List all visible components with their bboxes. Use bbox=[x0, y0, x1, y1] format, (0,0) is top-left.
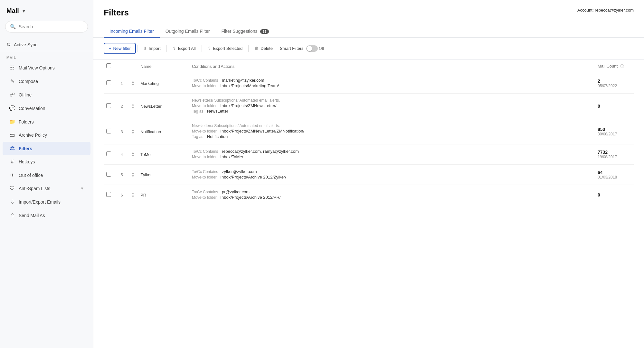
export-all-button[interactable]: ⇧ Export All bbox=[168, 43, 200, 53]
tab-outgoing[interactable]: Outgoing Emails Filter bbox=[160, 25, 216, 38]
sidebar-item-hotkeys[interactable]: # Hotkeys bbox=[3, 155, 90, 168]
search-box[interactable]: 🔍 bbox=[5, 21, 88, 32]
sidebar-item-anti-spam[interactable]: 🛡 Anti-Spam Lists ▼ bbox=[3, 182, 90, 195]
sidebar-item-archive-policy[interactable]: 🗃 Archive Policy bbox=[3, 129, 90, 142]
nav-label-hotkeys: Hotkeys bbox=[19, 159, 35, 164]
toggle-track[interactable] bbox=[306, 45, 318, 52]
tab-incoming[interactable]: Incoming Emails Filter bbox=[104, 25, 160, 38]
order-arrows[interactable]: ▲ ▼ bbox=[131, 103, 135, 109]
down-arrow-icon[interactable]: ▼ bbox=[131, 175, 135, 178]
delete-button[interactable]: 🗑 Delete bbox=[250, 43, 277, 53]
filter-mail-count: 0 bbox=[595, 94, 634, 119]
nav-label-compose: Compose bbox=[19, 79, 38, 84]
down-arrow-icon[interactable]: ▼ bbox=[131, 132, 135, 135]
nav-label-mail-view-options: Mail View Options bbox=[19, 65, 55, 70]
sidebar-item-conversation[interactable]: 💬 Conversation bbox=[3, 102, 90, 115]
hashtag-icon: # bbox=[9, 159, 15, 165]
condition-value: Inbox/Projects/ZMNewsLetter/ bbox=[220, 103, 276, 108]
sidebar: Mail ▼ 🔍 ↻ Active Sync MAIL ☷ Mail View … bbox=[0, 0, 93, 348]
mail-count-date: 05/07/2022 bbox=[598, 84, 631, 88]
row-checkbox-3[interactable] bbox=[106, 129, 111, 133]
col-header-conditions: Conditions and Actions bbox=[189, 60, 595, 73]
sidebar-item-mail-view-options[interactable]: ☷ Mail View Options bbox=[3, 61, 90, 74]
main-content: Filters Account: rebecca@zylker.com Inco… bbox=[93, 0, 644, 348]
divider-1 bbox=[137, 45, 137, 52]
table-row: 4 ▲ ▼ ToMe To/Cc Contains rebecca@zylker… bbox=[104, 144, 634, 165]
col-header-mailcount: Mail Count ⓘ bbox=[595, 60, 634, 73]
order-arrows[interactable]: ▲ ▼ bbox=[131, 171, 135, 178]
import-icon: ⇩ bbox=[143, 46, 147, 51]
new-filter-button[interactable]: + New filter bbox=[104, 43, 136, 54]
down-arrow-icon[interactable]: ▼ bbox=[131, 154, 135, 158]
filter-conditions: To/Cc Contains marketing@zylker.comMove-… bbox=[189, 73, 595, 94]
main-header: Filters Account: rebecca@zylker.com bbox=[93, 0, 644, 18]
condition-label: Move-to folder bbox=[192, 129, 217, 133]
filter-conditions: Newsletters/ Subscriptions/ Automated em… bbox=[189, 94, 595, 119]
filter-mail-count: 773219/08/2017 bbox=[595, 144, 634, 165]
mail-count-num: 2 bbox=[598, 78, 631, 84]
row-checkbox-5[interactable] bbox=[106, 172, 111, 177]
smart-filters-label: Smart Filters bbox=[280, 46, 304, 51]
airplane-icon: ✈ bbox=[9, 172, 15, 178]
message-icon: 💬 bbox=[9, 105, 15, 111]
sidebar-item-folders[interactable]: 📁 Folders bbox=[3, 115, 90, 128]
row-number: 3 bbox=[115, 119, 128, 144]
divider-4 bbox=[248, 45, 249, 52]
sidebar-item-offline[interactable]: ☍ Offline bbox=[3, 88, 90, 101]
nav-label-archive-policy: Archive Policy bbox=[19, 133, 47, 138]
smart-filters-toggle[interactable]: Off bbox=[306, 45, 324, 52]
condition-label: Move-to folder bbox=[192, 104, 217, 108]
down-arrow-icon[interactable]: ▼ bbox=[131, 106, 135, 109]
order-arrows[interactable]: ▲ ▼ bbox=[131, 192, 135, 198]
row-checkbox-1[interactable] bbox=[106, 80, 111, 85]
export-selected-icon: ⇧ bbox=[208, 46, 211, 51]
filter-name: ToMe bbox=[138, 144, 189, 165]
sidebar-item-out-of-office[interactable]: ✈ Out of office bbox=[3, 169, 90, 182]
filter-conditions: To/Cc Contains zylker@zylker.comMove-to … bbox=[189, 165, 595, 185]
filter-name: Notification bbox=[138, 119, 189, 144]
row-checkbox-6[interactable] bbox=[106, 192, 111, 197]
row-checkbox-2[interactable] bbox=[106, 103, 111, 108]
archive-icon: 🗃 bbox=[9, 132, 15, 138]
order-arrows[interactable]: ▲ ▼ bbox=[131, 151, 135, 158]
order-arrows[interactable]: ▲ ▼ bbox=[131, 128, 135, 135]
sidebar-item-send-mail-as[interactable]: ⇧ Send Mail As bbox=[3, 209, 90, 222]
wifi-off-icon: ☍ bbox=[9, 92, 15, 98]
down-arrow-icon[interactable]: ▼ bbox=[131, 83, 135, 87]
condition-label: To/Cc Contains bbox=[192, 169, 218, 174]
filter-name: NewsLetter bbox=[138, 94, 189, 119]
toggle-state: Off bbox=[319, 46, 324, 51]
export-all-label: Export All bbox=[178, 46, 196, 51]
table-row: 3 ▲ ▼ Notification Newsletters/ Subscrip… bbox=[104, 119, 634, 144]
search-icon: 🔍 bbox=[10, 24, 16, 30]
sidebar-item-filters[interactable]: ⚖ Filters bbox=[3, 142, 90, 155]
filter-conditions: Newsletters/ Subscriptions/ Automated em… bbox=[189, 119, 595, 144]
dropdown-icon[interactable]: ▼ bbox=[22, 8, 26, 14]
table-area: Name Conditions and Actions Mail Count ⓘ… bbox=[93, 60, 644, 348]
delete-icon: 🗑 bbox=[254, 46, 259, 51]
search-input[interactable] bbox=[19, 24, 83, 29]
row-checkbox-4[interactable] bbox=[106, 151, 111, 156]
filter-icon: ⚖ bbox=[9, 145, 15, 151]
sync-label: Active Sync bbox=[14, 42, 37, 47]
nav-label-conversation: Conversation bbox=[19, 106, 45, 111]
info-icon[interactable]: ⓘ bbox=[620, 64, 624, 69]
filter-name: Zylker bbox=[138, 165, 189, 185]
condition-value: Inbox/Projects/Marketing Team/ bbox=[220, 83, 279, 88]
mail-count-num: 64 bbox=[598, 170, 631, 175]
filter-mail-count: 6401/03/2018 bbox=[595, 165, 634, 185]
mail-count-num: 7732 bbox=[598, 150, 631, 155]
sidebar-item-compose[interactable]: ✎ Compose bbox=[3, 75, 90, 88]
condition-value: NewsLetter bbox=[207, 109, 228, 114]
order-arrows[interactable]: ▲ ▼ bbox=[131, 80, 135, 87]
select-all-checkbox[interactable] bbox=[106, 63, 111, 68]
smart-filters: Smart Filters Off bbox=[280, 45, 324, 52]
active-sync-item[interactable]: ↻ Active Sync bbox=[0, 38, 93, 51]
tab-suggestions[interactable]: Filter Suggestions 11 bbox=[215, 25, 274, 38]
down-arrow-icon[interactable]: ▼ bbox=[131, 195, 135, 198]
sidebar-item-import-export[interactable]: ⇩ Import/Export Emails bbox=[3, 195, 90, 208]
condition-value: zylker@zylker.com bbox=[222, 169, 257, 174]
import-button[interactable]: ⇩ Import bbox=[139, 43, 165, 53]
import-label: Import bbox=[149, 46, 161, 51]
export-selected-button[interactable]: ⇧ Export Selected bbox=[203, 43, 247, 53]
